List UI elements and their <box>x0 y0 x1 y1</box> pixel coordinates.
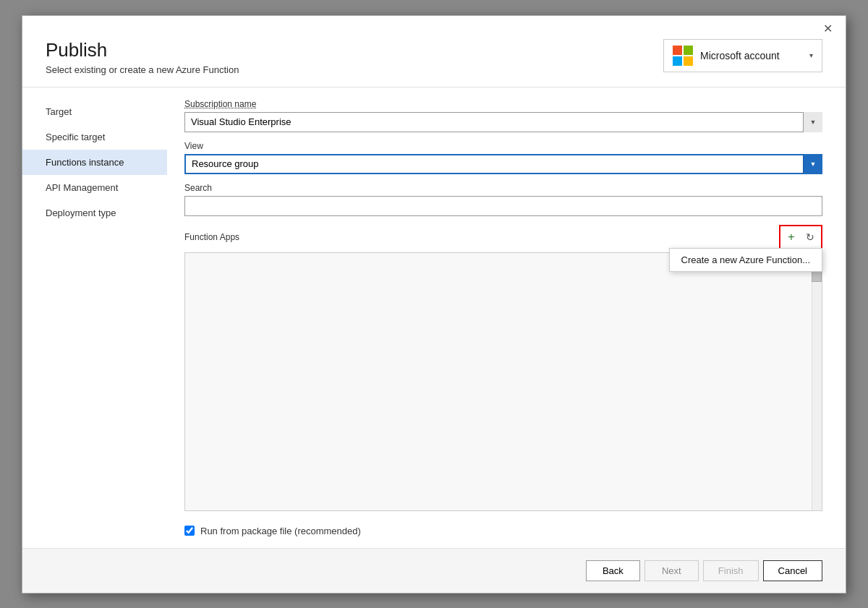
sidebar-item-deployment-type[interactable]: Deployment type <box>22 200 167 226</box>
create-azure-function-item[interactable]: Create a new Azure Function... <box>670 249 822 271</box>
ms-logo-blue <box>673 56 682 66</box>
sidebar-item-functions-instance[interactable]: Functions instance <box>22 150 167 175</box>
title-bar: ✕ <box>22 16 846 39</box>
finish-button[interactable]: Finish <box>703 560 759 581</box>
function-apps-header: Function Apps + ↻ Create a new Azure Fun… <box>184 225 822 249</box>
function-apps-actions: + ↻ Create a new Azure Function... <box>779 225 822 249</box>
view-group: View Resource group <box>184 141 822 174</box>
sidebar-item-api-management[interactable]: API Management <box>22 175 167 200</box>
sidebar-item-target[interactable]: Target <box>22 99 167 124</box>
content-area: Subscription name Visual Studio Enterpri… <box>167 87 846 548</box>
ms-logo-yellow <box>684 56 693 66</box>
run-from-package-label: Run from package file (recommended) <box>200 526 361 536</box>
function-apps-list[interactable] <box>184 252 822 511</box>
account-dropdown-arrow: ▾ <box>809 51 813 59</box>
publish-dialog: ✕ Publish Select existing or create a ne… <box>22 15 846 594</box>
ms-account-badge[interactable]: Microsoft account ▾ <box>663 39 822 72</box>
cancel-button[interactable]: Cancel <box>763 560 822 581</box>
ms-logo-green <box>684 46 693 55</box>
search-label: Search <box>184 183 822 193</box>
ms-logo-red <box>673 46 682 55</box>
subscription-group: Subscription name Visual Studio Enterpri… <box>184 99 822 132</box>
plus-icon: + <box>788 231 794 244</box>
function-apps-section: Function Apps + ↻ Create a new Azure Fun… <box>184 225 822 511</box>
dialog-subtitle: Select existing or create a new Azure Fu… <box>46 64 239 75</box>
checkbox-row: Run from package file (recommended) <box>184 526 822 536</box>
subscription-label: Subscription name <box>184 99 822 109</box>
refresh-icon: ↻ <box>806 231 814 243</box>
view-label: View <box>184 141 822 151</box>
search-group: Search <box>184 183 822 216</box>
header-left: Publish Select existing or create a new … <box>46 39 239 75</box>
create-azure-function-label: Create a new Azure Function... <box>681 254 810 265</box>
main-content: Target Specific target Functions instanc… <box>22 87 846 548</box>
create-new-button[interactable]: + <box>782 228 801 247</box>
back-button[interactable]: Back <box>586 560 640 581</box>
footer-area: Back Next Finish Cancel <box>22 548 846 593</box>
sidebar-item-specific-target[interactable]: Specific target <box>22 124 167 150</box>
header-area: Publish Select existing or create a new … <box>22 39 846 87</box>
dialog-title: Publish <box>46 39 239 61</box>
next-button[interactable]: Next <box>644 560 699 581</box>
scrollbar-track <box>812 253 822 510</box>
run-from-package-checkbox[interactable] <box>184 526 195 536</box>
refresh-button[interactable]: ↻ <box>801 228 820 247</box>
subscription-select[interactable]: Visual Studio Enterprise <box>184 112 822 132</box>
sidebar: Target Specific target Functions instanc… <box>22 87 167 548</box>
function-apps-label: Function Apps <box>184 232 239 242</box>
create-dropdown: Create a new Azure Function... <box>669 248 822 272</box>
view-select[interactable]: Resource group <box>184 154 822 174</box>
close-button[interactable]: ✕ <box>819 22 837 36</box>
subscription-select-wrapper: Visual Studio Enterprise <box>184 112 822 132</box>
view-select-wrapper: Resource group <box>184 154 822 174</box>
ms-logo <box>673 46 693 66</box>
search-input[interactable] <box>184 196 822 216</box>
ms-account-name: Microsoft account <box>700 50 802 61</box>
